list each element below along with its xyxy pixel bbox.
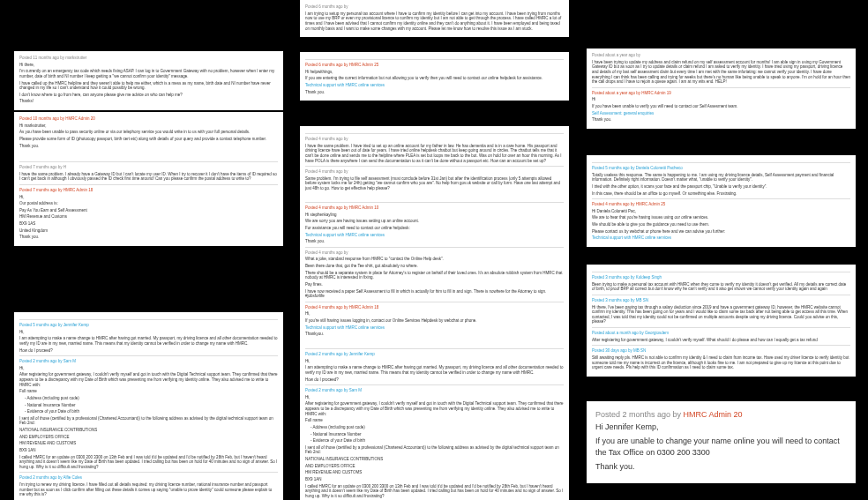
post-text: Thank you. (19, 144, 278, 149)
post-text: We are to hear that you're having issues… (592, 215, 850, 220)
post-text: Hi helpwithings, (305, 70, 564, 75)
post: Posted 4 months ago by HMRC Admin 10 Hi … (300, 195, 569, 343)
post-text: I tried with the other option, it scans … (592, 184, 850, 190)
post-text: I am trying to setup my personal tax acc… (305, 11, 564, 32)
post-text: Hi there, I've been paying tax through a… (592, 305, 850, 325)
post-text: I have called up the HMRC helpline and t… (19, 81, 278, 91)
post-text: AND EMPLOYERS OFFICE (19, 435, 278, 440)
post-meta: Posted 6 months ago by (305, 4, 564, 10)
post-text: Been trying to make a personal tax accou… (592, 282, 850, 292)
post: Posted 2 months ago by HMRC Admin 20 Hi … (587, 401, 856, 483)
post-meta: Posted 2 months ago by Jennifer Kemp (305, 352, 564, 357)
post-text: Thankyou. (305, 332, 564, 337)
post-text: I'm trying to renew my driving licence. … (19, 482, 278, 497)
post-text: I'm currently on an emergency tax code w… (19, 69, 278, 78)
link[interactable]: Technical support with HMRC online servi… (592, 235, 671, 240)
link[interactable]: Technical support with HMRC online servi… (305, 325, 385, 330)
post-text: AND EMPLOYERS OFFICE (305, 464, 564, 469)
post-text: After registering for government gateway… (19, 372, 278, 387)
post-meta: Posted 4 months ago by HMRC Admin 10 (305, 205, 564, 211)
link[interactable]: Technical support with HMRC online servi… (305, 233, 385, 237)
post-meta: Posted 7 months ago by H (19, 165, 278, 170)
post-text: I have been trying to update my address … (592, 60, 850, 85)
post-text: NATIONAL INSURANCE CONTRIBUTIONS (19, 428, 278, 433)
link[interactable]: Technical support with HMRC online servi… (305, 83, 385, 87)
post: Posted 11 months ago by markstrutter Hi … (14, 51, 283, 110)
post-text: If you're still having issues logging in… (305, 318, 564, 324)
post: Posted 6 months ago by I am trying to se… (300, 0, 569, 37)
post-meta: Posted 4 months ago by HMRC Admin 25 (592, 202, 850, 207)
post-meta: Posted 11 months ago by markstrutter (19, 56, 278, 61)
post-text: I have now received a paper Self Assessm… (305, 289, 564, 299)
post-text: I sent all of those (certified by a prof… (305, 445, 564, 455)
post-meta: Posted 3 months ago by MB SN (592, 298, 850, 303)
post-meta: Posted 5 months ago by Daniela Colonetti… (592, 166, 850, 171)
post-text: I have the same problem. I have tried to… (305, 144, 564, 164)
post-meta: Posted about a month ago by Georgiosdem (592, 331, 850, 336)
post-text: BX9 1AS (19, 221, 278, 227)
post: Posted 7 months ago by H I have the same… (14, 154, 283, 246)
post-text: After registering for government gateway… (305, 401, 564, 416)
post-meta: Posted 4 months ago by (305, 137, 564, 142)
post: Posted 5 months ago by Jennifer Kemp Hi,… (14, 312, 283, 500)
post-text: If you are unable to change your name on… (595, 436, 847, 459)
post-text: Our postal address is: (19, 201, 278, 206)
post-text: Thank you. (595, 461, 847, 474)
post-meta: Posted 4 months ago by (305, 250, 564, 256)
post-text: Still awaiting reply pls. HMRC is not ab… (592, 355, 850, 370)
post-meta: Posted 3 months ago by Kuldeep Singh (592, 275, 850, 280)
post-text: Thanks! (19, 99, 278, 104)
post-text: HM REVENUE AND CUSTOMS (19, 441, 278, 446)
post-text: Pay As You Earn and Self Assessment (19, 208, 278, 213)
post-text: I called HMRC for an update on 0300 200 … (19, 455, 278, 470)
post-text: Hi, (19, 366, 278, 371)
post: Posted 2 months ago by Jennifer Kemp Hi,… (300, 341, 569, 500)
post-text: Hi markstrutter, (19, 123, 278, 129)
post-text: I called HMRC for an update on 0300 200 … (305, 484, 564, 499)
post-text: We are sorry you are having issues setti… (305, 219, 564, 224)
post-text: There should be a separate system in pla… (305, 271, 564, 280)
post-text: BX9 1AN (19, 448, 278, 453)
post-meta: Posted 5 months ago by Jennifer Kemp (19, 323, 278, 328)
post-text: NATIONAL INSURANCE CONTRIBUTIONS (305, 457, 564, 462)
post-meta: Posted 4 months ago by (305, 169, 564, 175)
post: Posted 4 months ago by I have the same p… (300, 126, 569, 198)
post-meta: Posted 2 months ago by HMRC Admin 20 (595, 410, 847, 420)
post-text: HM REVENUE AND CUSTOMS (305, 470, 564, 475)
post-text: - Evidence of your Date of birth (19, 409, 278, 414)
post-meta: Posted 2 months ago by Sam M (305, 388, 564, 393)
post-text: Thank you. (592, 117, 850, 123)
post-text: Pay fines. (305, 282, 564, 287)
post-text: Hi, (19, 330, 278, 335)
post-text: How do I proceed? (305, 377, 564, 383)
post: Posted 10 months ago by HMRC Admin 20 Hi… (14, 112, 283, 154)
post-meta: Posted 7 months ago by HMRC Admin 18 (19, 188, 278, 193)
post-text: - Address (including post code) (305, 425, 564, 430)
post: Posted 6 months ago by HMRC Admin 25 Hi … (300, 52, 569, 101)
post-text: Thank you. (305, 239, 564, 244)
post-text: Hi (592, 97, 850, 102)
post-meta: Posted 6 months ago by HMRC Admin 25 (305, 63, 564, 68)
post-meta: Posted about a year ago by HMRC Admin 19 (592, 91, 850, 96)
post-meta: Posted 2 months ago by Alfie Coles (19, 475, 278, 481)
post-text: Same problem. I'm trying to file self as… (305, 176, 564, 191)
post-text: I have the same problem. I already have … (19, 172, 278, 182)
link[interactable]: Self Assessment: general enquiries (592, 111, 654, 116)
post-text: I sent all of those (certified by a prof… (19, 416, 278, 426)
post-text: BX9 1AN (305, 477, 564, 482)
post-meta: Posted 2 months ago by Sam M (19, 359, 278, 364)
post-text: - National Insurance Number (19, 403, 278, 408)
post-text: If you are entering the correct informat… (305, 76, 564, 81)
post-text: Hi stephenkayling (305, 213, 564, 218)
post-text: Totally useless this response. The same … (592, 173, 850, 183)
post-text: After registering for government gateway… (592, 338, 850, 343)
post-text: In this case, there should be an office … (592, 191, 850, 197)
post-text: We should be able to give you the guidan… (592, 222, 850, 228)
post-text: Hi Jennifer Kemp, (595, 422, 847, 434)
post-text: I don't know where to go from here, can … (19, 93, 278, 98)
post-text: Hi Daniela Colonetti Pac, (592, 209, 850, 214)
post-text: If you have been unable to verify you wi… (592, 104, 850, 109)
post-text: Please provide some form of ID (photocop… (19, 137, 278, 142)
post-text: - National Insurance Number (305, 432, 564, 437)
post-text: Hi, (305, 359, 564, 364)
